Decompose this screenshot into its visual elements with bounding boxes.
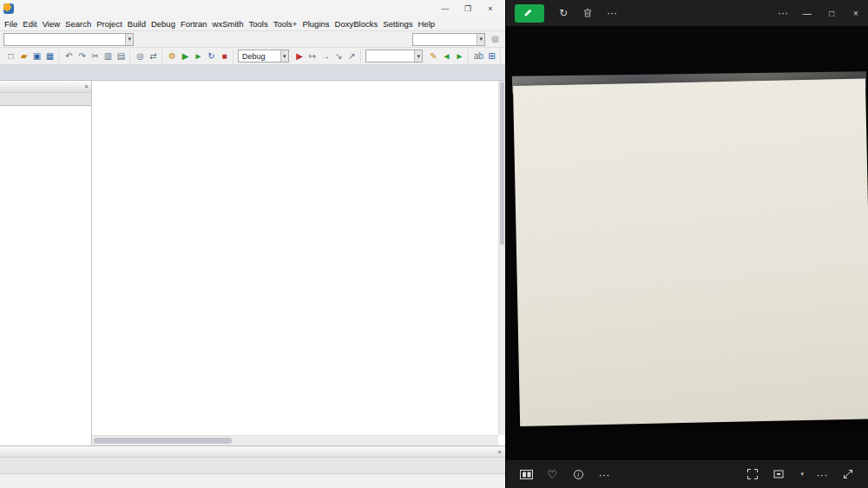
menu-plugins[interactable]: Plugins <box>299 19 332 29</box>
chevron-down-icon: ▾ <box>280 50 288 62</box>
edit-button[interactable] <box>515 4 544 23</box>
photos-titlebar[interactable]: ↻ ··· ··· — □ × <box>506 0 868 26</box>
class-browser-combo[interactable]: ▾ <box>412 33 485 46</box>
close-panel-icon[interactable]: × <box>84 82 89 90</box>
chevron-down-icon: ▾ <box>125 34 133 45</box>
maximize-icon[interactable]: □ <box>819 0 844 26</box>
menu-settings[interactable]: Settings <box>380 19 415 29</box>
pencil-icon <box>523 9 532 17</box>
menu-debug[interactable]: Debug <box>148 19 178 29</box>
step-into-icon[interactable]: ↘ <box>332 49 345 63</box>
menu-tools[interactable]: Tools+ <box>271 19 300 29</box>
info-glyph: i <box>574 470 583 479</box>
delete-icon[interactable] <box>575 0 600 26</box>
see-more-icon[interactable]: ··· <box>771 0 795 26</box>
build-and-run-icon[interactable]: ► <box>192 49 205 63</box>
more-options-icon[interactable]: ··· <box>600 0 624 26</box>
save-all-icon[interactable]: ▦ <box>43 49 56 63</box>
close-icon[interactable]: × <box>479 1 502 16</box>
compiler-toolbar-group: ⚙▶►↻■ <box>164 49 233 63</box>
menu-build[interactable]: Build <box>125 19 148 29</box>
undo-icon[interactable]: ↶ <box>62 49 76 63</box>
minimize-icon[interactable]: — <box>434 1 457 16</box>
logs-tabs <box>0 458 505 473</box>
more-icon[interactable]: ··· <box>591 460 617 488</box>
replace-icon[interactable]: ⇄ <box>147 49 160 63</box>
menu-help[interactable]: Help <box>416 19 438 29</box>
expand-icon[interactable] <box>835 460 861 488</box>
scope-combo[interactable]: ▾ <box>3 33 134 46</box>
status-bar <box>0 473 505 488</box>
run-icon[interactable]: ▶ <box>179 49 192 63</box>
cut-icon[interactable]: ✂ <box>89 49 102 63</box>
build-target-combo[interactable]: Debug▾ <box>238 49 289 63</box>
window-controls: — ❐ × <box>434 1 502 16</box>
copy-icon[interactable]: ▥ <box>102 49 115 63</box>
chevron-down-icon: ▾ <box>477 34 484 45</box>
code-editor[interactable] <box>92 81 505 445</box>
management-header: × <box>0 81 91 93</box>
favorite-icon[interactable]: ♡ <box>539 460 565 488</box>
scrollbar-thumb[interactable] <box>500 82 504 245</box>
open-file-icon[interactable]: ▰ <box>17 49 30 63</box>
nav-toolbar-group: ✎◄► <box>425 49 469 63</box>
new-file-icon[interactable]: □ <box>4 49 17 63</box>
rotate-icon[interactable]: ↻ <box>551 0 575 26</box>
menu-wxsmith[interactable]: wxSmith <box>210 19 247 29</box>
debugger-toolbar-group: ▶↦→↘↗ <box>292 49 361 63</box>
close-icon[interactable]: × <box>844 0 868 26</box>
photos-bottom-bar: ♡ i ··· ▾ ··· <box>506 460 868 488</box>
desktop: — ❐ × FileEditViewSearchProjectBuildDebu… <box>0 0 868 488</box>
build-icon[interactable]: ⚙ <box>166 49 179 63</box>
find-icon[interactable]: ◎ <box>134 49 147 63</box>
edit-toolbar-group: ↶↷✂▥▤ <box>61 49 130 63</box>
save-icon[interactable]: ▣ <box>30 49 43 63</box>
browse-forward-icon[interactable]: ► <box>453 49 466 63</box>
next-line-icon[interactable]: → <box>319 49 332 63</box>
fullscreen-icon[interactable] <box>740 460 766 488</box>
editor-horizontal-scrollbar[interactable] <box>92 435 498 445</box>
menu-tools[interactable]: Tools <box>246 19 270 29</box>
step-out-icon[interactable]: ↗ <box>345 49 358 63</box>
rebuild-icon[interactable]: ↻ <box>205 49 218 63</box>
editor-tabs <box>0 65 505 81</box>
minimize-icon[interactable]: — <box>795 0 819 26</box>
menu-view[interactable]: View <box>40 19 62 29</box>
incremental-search-combo[interactable]: ▾ <box>365 49 423 63</box>
goto-declaration-icon[interactable]: ◎ <box>489 32 502 46</box>
paste-icon[interactable]: ▤ <box>115 49 128 63</box>
editor-vertical-scrollbar[interactable] <box>498 81 505 435</box>
menu-file[interactable]: File <box>2 19 20 29</box>
maximize-icon[interactable]: ❐ <box>457 1 479 16</box>
menu-fortran[interactable]: Fortran <box>178 19 210 29</box>
chevron-down-icon: ▾ <box>800 471 804 478</box>
menu-search[interactable]: Search <box>62 19 94 29</box>
main-area: × <box>0 81 505 445</box>
menu-doxyblocks[interactable]: DoxyBlocks <box>332 19 381 29</box>
menu-project[interactable]: Project <box>94 19 125 29</box>
incremental-search-icon[interactable]: ✎ <box>427 49 440 63</box>
symbols-browser-icon[interactable]: ab <box>472 49 485 63</box>
run-to-cursor-icon[interactable]: ↦ <box>306 49 319 63</box>
info-icon[interactable]: i <box>565 460 591 488</box>
debug-continue-icon[interactable]: ▶ <box>293 49 306 63</box>
photo-canvas <box>506 26 868 460</box>
menu-edit[interactable]: Edit <box>20 19 39 29</box>
management-panel: × <box>0 81 92 445</box>
zoom-fit-icon[interactable] <box>766 460 792 488</box>
photos-window: ↻ ··· ··· — □ × ♡ i ··· <box>506 0 868 488</box>
more-icon[interactable]: ··· <box>809 460 835 488</box>
zoom-control[interactable]: ▾ <box>792 460 809 488</box>
close-panel-icon[interactable]: × <box>497 448 502 456</box>
filmstrip-icon[interactable] <box>513 460 539 488</box>
open-files-icon[interactable]: ⊞ <box>485 49 498 63</box>
codeblocks-window: — ❐ × FileEditViewSearchProjectBuildDebu… <box>0 0 506 488</box>
codeblocks-titlebar[interactable]: — ❐ × <box>0 0 505 17</box>
logs-header: × <box>0 446 505 458</box>
browse-back-icon[interactable]: ◄ <box>440 49 453 63</box>
redo-icon[interactable]: ↷ <box>76 49 89 63</box>
photo[interactable] <box>510 74 868 430</box>
scrollbar-thumb[interactable] <box>94 438 232 444</box>
abort-icon[interactable]: ■ <box>218 49 231 63</box>
code-area[interactable] <box>92 81 498 435</box>
